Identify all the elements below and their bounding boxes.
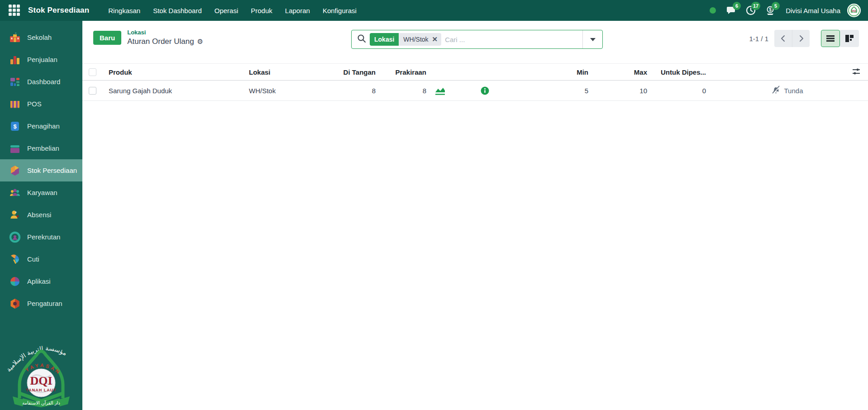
row-checkbox[interactable] (89, 87, 96, 95)
activities-badge: 17 (751, 2, 760, 10)
menu-stok-dashboard[interactable]: Stok Dashboard (148, 4, 207, 17)
sidebar-item-label: Penagihan (27, 122, 60, 130)
facet-remove-icon[interactable]: ✕ (432, 35, 438, 43)
cell-max[interactable]: 10 (588, 87, 647, 95)
current-app-title[interactable]: Stok Persediaan (28, 6, 89, 15)
main-content: Baru Lokasi Aturan Order Ulang ⚙ Lokasi … (82, 21, 868, 410)
sidebar-item-aplikasi[interactable]: Aplikasi (0, 270, 82, 292)
info-icon[interactable] (481, 86, 489, 95)
menu-operasi[interactable]: Operasi (209, 4, 244, 17)
column-header-di-tangan[interactable]: Di Tangan (335, 68, 376, 76)
cell-lokasi[interactable]: WH/Stok (249, 87, 335, 95)
menu-konfigurasi[interactable]: Konfigurasi (317, 4, 362, 17)
commission-icon[interactable]: $ 5 (763, 3, 778, 18)
user-menu[interactable]: Divisi Amal Usaha (786, 7, 840, 14)
snooze-button[interactable]: Tunda (771, 86, 803, 95)
sidebar-item-penjualan[interactable]: Penjualan (0, 48, 82, 71)
cell-min[interactable]: 5 (514, 87, 588, 95)
sidebar-item-absensi[interactable]: Absensi (0, 204, 82, 226)
inventory-icon (9, 165, 21, 176)
sidebar-item-label: Karyawan (27, 189, 57, 196)
page-title: Aturan Order Ulang (127, 37, 194, 46)
cell-prakiraan[interactable]: 8 (376, 87, 426, 95)
sidebar-item-pengaturan[interactable]: Pengaturan (0, 292, 82, 315)
search-input[interactable] (445, 36, 582, 43)
sidebar-item-dashboard[interactable]: Dashboard (0, 71, 82, 93)
chevron-down-icon (590, 38, 596, 41)
sidebar-item-label: Pembelian (27, 144, 59, 152)
sidebar-item-label: Sekolah (27, 33, 52, 41)
snooze-label: Tunda (784, 87, 803, 95)
search-facet: Lokasi WH/Stok ✕ (370, 33, 441, 46)
column-header-untuk-dipes[interactable]: Untuk Dipes... (647, 68, 706, 76)
pager-range: 1-1 / 1 (749, 35, 768, 43)
attendance-icon (9, 209, 21, 221)
column-header-produk[interactable]: Produk (109, 68, 249, 76)
apps-grid-icon[interactable] (9, 5, 20, 16)
activities-clock-icon[interactable]: 17 (743, 3, 758, 18)
billing-icon: $ (9, 120, 21, 132)
pager-next-button[interactable] (792, 30, 810, 47)
recruitment-icon (9, 231, 21, 243)
logo-dqi-text: DQI (30, 374, 52, 387)
facet-value: WH/Stok (403, 36, 428, 43)
column-header-min[interactable]: Min (514, 68, 588, 76)
timeoff-icon (9, 253, 21, 265)
cell-produk[interactable]: Sarung Gajah Duduk (109, 87, 249, 95)
column-header-lokasi[interactable]: Lokasi (249, 68, 335, 76)
menu-produk[interactable]: Produk (245, 4, 278, 17)
list-view: Produk Lokasi Di Tangan Prakiraan Min Ma… (82, 63, 868, 101)
bell-slash-icon (771, 86, 781, 95)
sidebar-item-sekolah[interactable]: Sekolah (0, 26, 82, 48)
kanban-view-button[interactable] (840, 30, 859, 47)
sidebar-item-penagihan[interactable]: $ Penagihan (0, 115, 82, 137)
forecast-chart-icon[interactable] (434, 86, 446, 95)
table-header-row: Produk Lokasi Di Tangan Prakiraan Min Ma… (82, 63, 868, 81)
sidebar-item-cuti[interactable]: Cuti (0, 248, 82, 270)
sidebar-item-stok-persediaan[interactable]: Stok Persediaan (0, 159, 82, 181)
sidebar-item-label: Stok Persediaan (27, 167, 77, 174)
online-status-dot (710, 7, 716, 14)
messages-icon[interactable]: 6 (724, 3, 739, 18)
pos-icon (9, 98, 21, 110)
menu-ringkasan[interactable]: Ringkasan (103, 4, 146, 17)
top-menu: Ringkasan Stok Dashboard Operasi Produk … (103, 4, 362, 17)
sidebar-item-label: Penjualan (27, 56, 57, 63)
search-bar[interactable]: Lokasi WH/Stok ✕ (351, 30, 603, 49)
new-button[interactable]: Baru (93, 31, 121, 45)
messages-badge: 6 (733, 2, 741, 10)
search-dropdown-toggle[interactable] (582, 30, 602, 48)
sidebar-item-pos[interactable]: POS (0, 93, 82, 115)
settings-icon (9, 298, 21, 310)
sales-icon (9, 54, 21, 66)
breadcrumb-parent[interactable]: Lokasi (127, 29, 203, 36)
column-header-max[interactable]: Max (588, 68, 647, 76)
sidebar-item-label: Absensi (27, 211, 51, 219)
sidebar: Sekolah Penjualan Dashboard POS $ Penagi… (0, 21, 82, 410)
list-view-button[interactable] (821, 30, 840, 47)
action-gear-icon[interactable]: ⚙ (197, 38, 203, 46)
employees-icon (9, 187, 21, 199)
school-icon (9, 32, 21, 43)
logo-ribbon-text: دار القرآن الاستقامة (22, 400, 60, 405)
topbar: Stok Persediaan Ringkasan Stok Dashboard… (0, 0, 868, 21)
pager-previous-button[interactable] (774, 30, 792, 47)
commission-badge: 5 (772, 2, 780, 10)
sidebar-item-perekrutan[interactable]: Perekrutan (0, 226, 82, 248)
select-all-checkbox[interactable] (89, 68, 96, 76)
cell-untuk-dipes[interactable]: 0 (647, 87, 706, 95)
menu-laporan[interactable]: Laporan (280, 4, 315, 17)
cell-di-tangan[interactable]: 8 (335, 87, 376, 95)
sidebar-item-label: Dashboard (27, 78, 60, 86)
topbar-right: 6 17 $ 5 Divisi Amal Usaha DQI (710, 3, 868, 18)
sidebar-item-karyawan[interactable]: Karyawan (0, 181, 82, 204)
dashboard-icon (9, 76, 21, 88)
svg-text:DQI: DQI (852, 10, 856, 12)
control-panel: Baru Lokasi Aturan Order Ulang ⚙ Lokasi … (82, 21, 868, 49)
sidebar-item-pembelian[interactable]: Pembelian (0, 137, 82, 159)
avatar[interactable]: DQI (847, 4, 861, 17)
table-row[interactable]: Sarung Gajah Duduk WH/Stok 8 8 5 10 0 (82, 81, 868, 101)
search-icon (357, 34, 366, 45)
column-header-prakiraan[interactable]: Prakiraan (376, 68, 426, 76)
optional-columns-icon[interactable] (852, 67, 861, 77)
